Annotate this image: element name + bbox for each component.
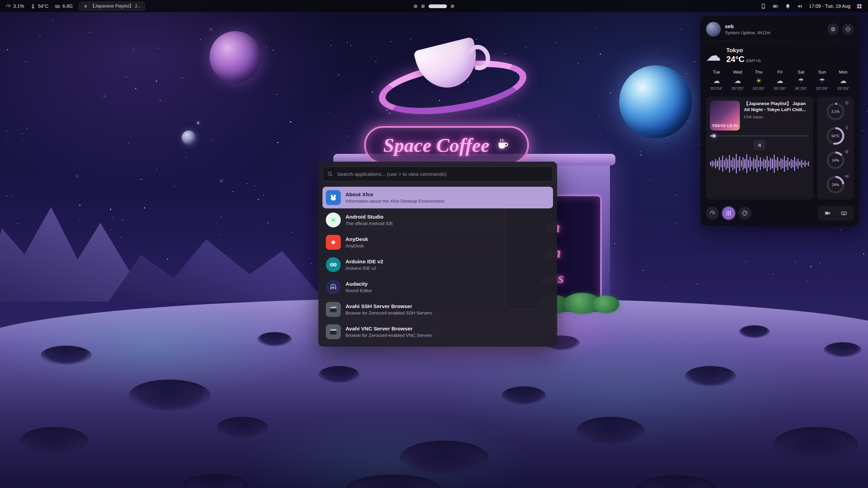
weather-temp: 24°C(GMT+9): [726, 55, 761, 64]
workspace-dot-2[interactable]: [421, 4, 425, 8]
quick-actions: [706, 206, 854, 221]
power-button[interactable]: [842, 23, 854, 35]
app-grid-icon[interactable]: [856, 3, 863, 9]
speedometer-icon: [709, 210, 716, 217]
progress-knob[interactable]: [712, 134, 716, 138]
video-camera-icon: [824, 210, 831, 217]
power-icon: [845, 26, 851, 32]
workspace-dot-3[interactable]: [429, 4, 447, 8]
user-card: seb System Uptime: 4h11m: [706, 22, 854, 41]
track-progress-slider[interactable]: [710, 135, 809, 137]
thermometer-icon: [30, 3, 36, 9]
cloudy-icon: ☁: [706, 77, 727, 84]
app-description: The official Android IDE: [346, 221, 393, 226]
launcher-result-arduino-ide-v2[interactable]: Arduino IDE v2 Arduino IDE v2: [322, 254, 553, 276]
gear-icon: [845, 149, 849, 154]
now-playing-label: 【Japanese Playlist】 J...: [91, 3, 141, 9]
app-name: AnyDesk: [346, 236, 368, 242]
system-tray: [760, 3, 803, 9]
mountains: [0, 190, 332, 302]
app-name: Android Studio: [346, 214, 393, 220]
app-launcher: About Xfce Information about the Xfce De…: [318, 162, 557, 347]
app-name: Avahi VNC Server Browser: [346, 326, 433, 332]
weather-timezone: (GMT+9): [746, 59, 761, 63]
forecast-sun: Sun ☂ 33°/26°: [811, 69, 832, 90]
notifications-bell-icon[interactable]: [785, 3, 791, 9]
system-uptime: System Uptime: 4h11m: [725, 30, 770, 35]
clock[interactable]: 17:09 - Tue, 19 Aug: [809, 3, 850, 9]
search-box[interactable]: [322, 166, 553, 181]
gauge-14: 14%: [820, 149, 851, 171]
cloudy-icon: ☁: [727, 77, 748, 84]
sign-text: Space Coffee: [383, 134, 490, 157]
theme-button[interactable]: [738, 207, 751, 220]
avatar: [706, 22, 721, 37]
app-name: About Xfce: [346, 191, 444, 198]
pause-button[interactable]: [753, 140, 766, 150]
app-description: Arduino IDE v2: [346, 266, 383, 271]
launcher-result-avahi-ssh-server-browser[interactable]: Avahi SSH Server Browser Browse for Zero…: [322, 299, 553, 320]
terminal-icon: [326, 324, 341, 339]
anydesk-icon: [326, 235, 341, 250]
settings-button[interactable]: [827, 23, 839, 35]
workspace-dot-1[interactable]: [414, 4, 417, 8]
battery-icon[interactable]: [772, 3, 779, 9]
forecast-mon: Mon ☁ 33°/26°: [833, 69, 854, 90]
launcher-result-android-studio[interactable]: Android Studio The official Android IDE: [322, 209, 553, 231]
keyboard-icon: [841, 210, 847, 217]
app-description: Sound Editor: [346, 288, 372, 293]
launcher-result-about-xfce[interactable]: About Xfce Information about the Xfce De…: [322, 187, 553, 208]
space-coffee-sign: Space Coffee: [364, 126, 529, 164]
system-gauges-widget: 3.1% 54°C 14% 24%: [817, 97, 854, 200]
saturn-coffee-cup: [393, 43, 505, 103]
app-description: AnyDesk: [346, 243, 368, 248]
volume-icon[interactable]: [797, 3, 803, 9]
now-playing-pill[interactable]: 【Japanese Playlist】 J...: [79, 2, 145, 11]
rain-icon: ☂: [790, 77, 811, 84]
android-icon: [326, 212, 341, 227]
pause-icon: [757, 143, 762, 148]
pause-icon: [83, 4, 88, 8]
gear-icon: [830, 26, 836, 32]
weather-city: Tokyo: [726, 47, 761, 54]
launcher-result-avahi-vnc-server-browser[interactable]: Avahi VNC Server Browser Browse for Zero…: [322, 321, 553, 343]
search-input[interactable]: [336, 171, 549, 177]
small-moon: [182, 130, 196, 145]
earth-planet: [619, 65, 692, 138]
cpu-icon: [845, 101, 849, 105]
audacity-icon: [326, 280, 341, 294]
apps-grid-icon: [725, 210, 732, 217]
top-bar: 3.1% 54°C 6.8G 【Japanese Playlist】 J... …: [0, 0, 868, 12]
memory-icon: [845, 174, 849, 178]
speedometer-icon: [5, 3, 11, 9]
launcher-result-audacity[interactable]: Audacity Sound Editor: [322, 276, 553, 298]
phone-link-icon[interactable]: [760, 3, 767, 9]
cloud-icon: ☁: [706, 48, 721, 63]
gauge-24: 24%: [820, 174, 851, 196]
app-description: Information about the Xfce Desktop Envir…: [346, 199, 444, 204]
forecast-thu: Thu ☀ 33°/26°: [748, 69, 769, 90]
screen-record-button[interactable]: [822, 207, 833, 219]
search-results: About Xfce Information about the Xfce De…: [322, 187, 553, 343]
purple-planet: [210, 31, 261, 83]
xfce-icon: [326, 190, 341, 205]
palette-icon: [742, 210, 748, 217]
terminal-icon: [326, 302, 341, 317]
album-art-label: TOKYO LO-FI: [712, 124, 737, 128]
coffee-cup-icon: [496, 137, 510, 153]
apps-button[interactable]: [722, 207, 735, 220]
forecast-wed: Wed ☁ 35°/25°: [727, 69, 748, 90]
keyboard-button[interactable]: [838, 207, 850, 219]
weather-forecast: Tue ☁ 33°/24° Wed ☁ 35°/25° Thu ☀ 33°/26…: [706, 69, 854, 90]
launcher-result-anydesk[interactable]: AnyDesk AnyDesk: [322, 231, 553, 253]
workspace-dot-4[interactable]: [451, 4, 454, 8]
cloudy-icon: ☁: [769, 77, 790, 84]
app-description: Browse for Zeroconf-enabled VNC Servers: [346, 333, 433, 338]
weather-widget: ☁ Tokyo 24°C(GMT+9) Tue ☁ 33°/24° Wed ☁ …: [706, 47, 854, 90]
dashboard-button[interactable]: [706, 207, 719, 220]
bush: [592, 296, 619, 313]
thermometer-stat: 54°C: [30, 3, 48, 9]
speedometer-stat: 3.1%: [5, 3, 24, 9]
search-icon: [327, 171, 333, 177]
arduino-icon: [326, 257, 341, 272]
